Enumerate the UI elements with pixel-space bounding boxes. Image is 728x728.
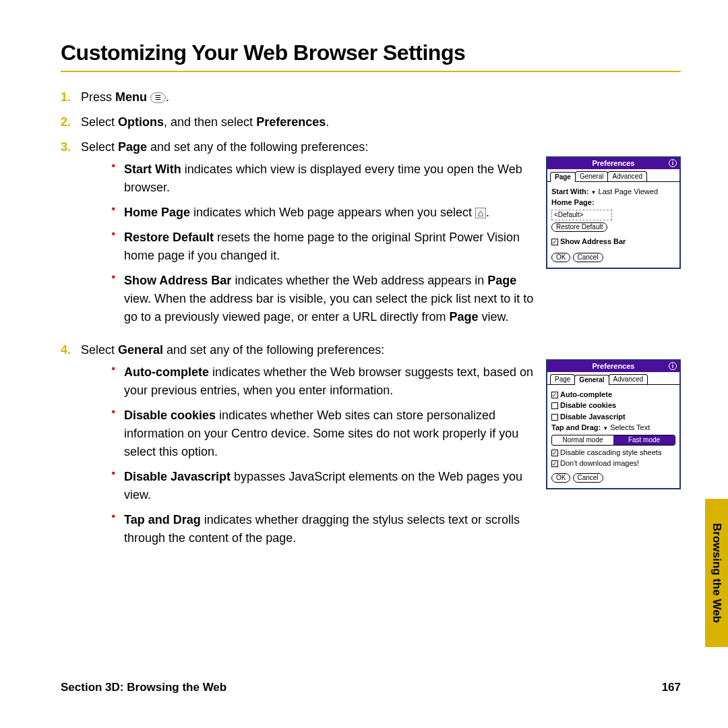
ok-button[interactable]: OK	[551, 253, 570, 262]
step-2: Select Options, and then select Preferen…	[61, 113, 681, 131]
start-with-value[interactable]: Last Page Viewed	[599, 187, 658, 195]
step-3a: Select	[81, 140, 118, 154]
bullet-tap-drag: Tap and Drag indicates whether dragging …	[112, 511, 535, 547]
page-title: Customizing Your Web Browser Settings	[61, 40, 681, 65]
disable-js-checkbox[interactable]	[551, 414, 558, 421]
step-3c: and set any of the following preferences…	[147, 140, 368, 154]
screenshot-titlebar: Preferences i	[547, 158, 679, 169]
step-2b: Options	[118, 115, 164, 129]
step-4a: Select	[81, 343, 118, 357]
screenshot-page-prefs: Preferences i Page General Advanced Star…	[546, 156, 681, 269]
screenshot-general-prefs: Preferences i Page General Advanced ✓Aut…	[546, 359, 681, 489]
info-icon-2: i	[669, 362, 677, 370]
restore-default-button[interactable]: Restore Default	[551, 222, 607, 232]
bullet-start-with: Start With indicates which view is displ…	[112, 160, 535, 197]
step-2d: Preferences	[256, 115, 326, 129]
step-4b: General	[118, 343, 163, 357]
step-3: Select Page and set any of the following…	[61, 138, 681, 334]
tab-page-2[interactable]: Page	[550, 374, 575, 384]
auto-complete-label: Auto-complete	[560, 390, 612, 398]
bullet-disable-js: Disable Javascript bypasses JavaScript e…	[112, 468, 535, 504]
tab-advanced[interactable]: Advanced	[607, 171, 646, 181]
tab-advanced-2[interactable]: Advanced	[609, 374, 648, 384]
cancel-button-2[interactable]: Cancel	[573, 473, 603, 483]
show-addr-checkbox[interactable]: ✓	[551, 239, 558, 245]
step-4: Select General and set any of the follow…	[61, 341, 681, 555]
dropdown-icon[interactable]: ▼	[591, 189, 597, 195]
dont-download-images-label: Don't download images!	[560, 459, 639, 467]
mode-tabs[interactable]: Normal mode Fast mode	[551, 435, 675, 446]
home-page-label: Home Page:	[551, 198, 595, 206]
step-1: Press Menu ☰.	[61, 88, 681, 107]
prefs-tabs: Page General Advanced	[547, 169, 679, 182]
steps-list: Press Menu ☰. Select Options, and then s…	[61, 88, 681, 555]
side-tab: Browsing the Web	[705, 499, 728, 647]
show-addr-label: Show Address Bar	[560, 237, 626, 245]
tap-drag-label: Tap and Drag:	[551, 423, 601, 431]
page-footer: Section 3D: Browsing the Web 167	[61, 681, 681, 694]
footer-page-number: 167	[662, 681, 681, 694]
bullet-restore-default: Restore Default resets the home page to …	[112, 229, 535, 265]
prefs-tabs-2: Page General Advanced	[547, 372, 679, 385]
step-2c: , and then select	[164, 115, 256, 129]
ok-button-2[interactable]: OK	[551, 473, 570, 483]
fast-mode-tab[interactable]: Fast mode	[613, 435, 675, 445]
dropdown-icon-2[interactable]: ▼	[603, 425, 608, 431]
screenshot-title-2: Preferences	[593, 362, 635, 371]
info-icon: i	[669, 159, 677, 167]
disable-css-checkbox[interactable]: ✓	[551, 450, 558, 456]
side-tab-label: Browsing the Web	[710, 523, 723, 623]
cancel-button[interactable]: Cancel	[573, 253, 603, 262]
disable-cookies-checkbox[interactable]	[551, 402, 558, 409]
step-4c: and set any of the following preferences…	[163, 343, 384, 357]
step-1-menu: Menu	[115, 90, 147, 104]
step-1-end: .	[166, 90, 169, 104]
title-underline	[61, 71, 681, 72]
bullet-disable-cookies: Disable cookies indicates whether Web si…	[112, 406, 535, 461]
step-2a: Select	[81, 115, 118, 129]
screenshot-titlebar-2: Preferences i	[547, 361, 679, 372]
start-with-label: Start With:	[551, 187, 589, 195]
disable-cookies-label: Disable cookies	[560, 401, 616, 409]
step-1-text: Press	[81, 90, 115, 104]
tab-general-2[interactable]: General	[574, 375, 609, 385]
normal-mode-tab[interactable]: Normal mode	[552, 435, 613, 445]
tab-general[interactable]: General	[575, 171, 609, 181]
home-icon: ⌂	[475, 208, 486, 218]
bullet-home-page: Home Page indicates which Web page appea…	[112, 204, 535, 222]
auto-complete-checkbox[interactable]: ✓	[551, 392, 558, 398]
bullet-show-address-bar: Show Address Bar indicates whether the W…	[112, 272, 535, 326]
step-4-bullets: Auto-complete indicates whether the Web …	[112, 363, 535, 547]
step-3b: Page	[118, 140, 147, 154]
footer-section: Section 3D: Browsing the Web	[61, 681, 226, 694]
step-3-bullets: Start With indicates which view is displ…	[112, 160, 535, 326]
disable-js-label: Disable Javascript	[560, 413, 626, 421]
dont-download-images-checkbox[interactable]: ✓	[551, 460, 558, 467]
bullet-auto-complete: Auto-complete indicates whether the Web …	[112, 363, 535, 400]
tab-page[interactable]: Page	[550, 172, 576, 182]
step-2e: .	[326, 115, 329, 129]
screenshot-title: Preferences	[593, 159, 635, 168]
menu-key-icon: ☰	[150, 92, 166, 103]
home-page-field[interactable]: <Default>	[551, 210, 612, 220]
disable-css-label: Disable cascading style sheets	[560, 448, 661, 456]
tap-drag-value[interactable]: Selects Text	[610, 423, 650, 431]
